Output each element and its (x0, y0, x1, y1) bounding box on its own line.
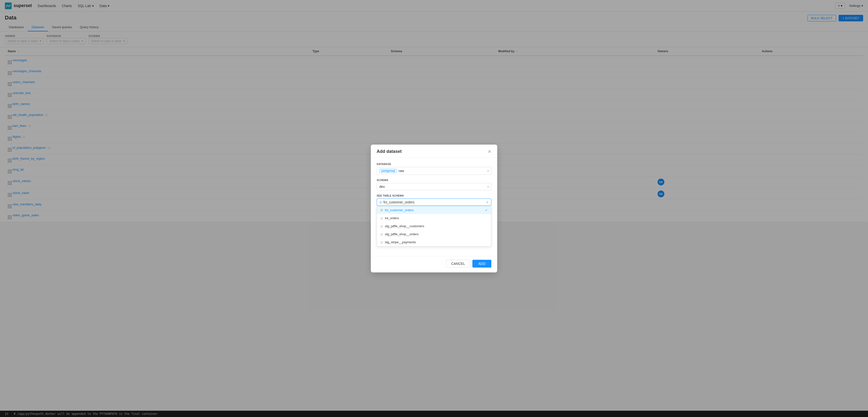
table-dropdown-list: ⊞fct_customer_orders✓◎int_orders◎stg_jaf… (377, 206, 491, 222)
schema-value: dev (379, 185, 488, 189)
dropdown-check-icon: ✓ (485, 208, 488, 212)
modal-schema-label: SCHEMA (377, 179, 491, 182)
table-search-icon: ⊞ (379, 200, 382, 204)
table-clear-icon[interactable]: ✕ (486, 200, 489, 204)
dropdown-item[interactable]: ◎int_orders (377, 214, 491, 222)
database-value: raw (399, 169, 488, 173)
modal-table-group: SEE TABLE SCHEMA ⊞ ✕ ⊞fct_customer_order… (377, 194, 491, 222)
modal-database-group: DATABASE postgresql raw ▾ (377, 163, 491, 175)
table-icon: ⊞ (380, 208, 383, 212)
modal-close-button[interactable]: ✕ (488, 150, 491, 154)
modal-schema-select[interactable]: dev ▾ (377, 183, 491, 190)
modal-table-label: SEE TABLE SCHEMA (377, 194, 491, 197)
modal-body: DATABASE postgresql raw ▾ SCHEMA dev ▾ S… (371, 158, 497, 222)
modal-title: Add dataset (377, 149, 402, 154)
database-select-arrow: ▾ (488, 170, 489, 172)
view-icon: ◎ (380, 216, 383, 220)
modal-database-label: DATABASE (377, 163, 491, 165)
modal-header: Add dataset ✕ (371, 145, 497, 158)
modal-overlay: Add dataset ✕ DATABASE postgresql raw ▾ … (0, 0, 868, 222)
database-tag: postgresql (379, 169, 397, 173)
modal-schema-group: SCHEMA dev ▾ (377, 179, 491, 190)
dropdown-item[interactable]: ⊞fct_customer_orders✓ (377, 206, 491, 214)
modal-table-input-box: ⊞ ✕ (377, 198, 491, 206)
dropdown-item-name: fct_customer_orders (385, 208, 414, 212)
table-search-input[interactable] (383, 200, 486, 204)
schema-select-arrow: ▾ (488, 185, 489, 188)
add-dataset-modal: Add dataset ✕ DATABASE postgresql raw ▾ … (371, 145, 497, 222)
dropdown-item-name: int_orders (385, 216, 399, 220)
modal-database-select[interactable]: postgresql raw ▾ (377, 167, 491, 175)
